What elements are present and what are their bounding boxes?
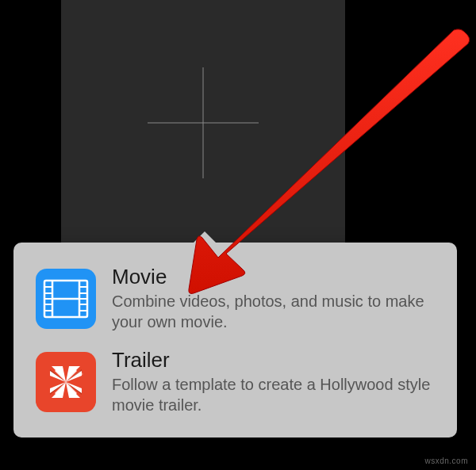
menu-title-trailer: Trailer <box>112 348 435 373</box>
plus-icon <box>148 67 259 178</box>
create-new-tile[interactable] <box>61 0 345 246</box>
new-project-popover: Movie Combine videos, photos, and music … <box>13 243 457 438</box>
film-strip-svg <box>43 279 89 319</box>
menu-title-movie: Movie <box>112 265 435 289</box>
film-strip-icon <box>36 269 96 329</box>
menu-desc-trailer: Follow a template to create a Hollywood … <box>112 374 435 415</box>
watermark: wsxdn.com <box>424 457 468 465</box>
menu-text-movie: Movie Combine videos, photos, and music … <box>112 265 435 332</box>
menu-item-movie[interactable]: Movie Combine videos, photos, and music … <box>29 257 441 340</box>
menu-item-trailer[interactable]: Trailer Follow a template to create a Ho… <box>29 340 441 423</box>
menu-text-trailer: Trailer Follow a template to create a Ho… <box>112 348 435 415</box>
clapperboard-svg <box>44 360 88 404</box>
popover-arrow <box>192 231 217 244</box>
clapperboard-icon <box>36 352 96 412</box>
menu-desc-movie: Combine videos, photos, and music to mak… <box>112 291 435 332</box>
